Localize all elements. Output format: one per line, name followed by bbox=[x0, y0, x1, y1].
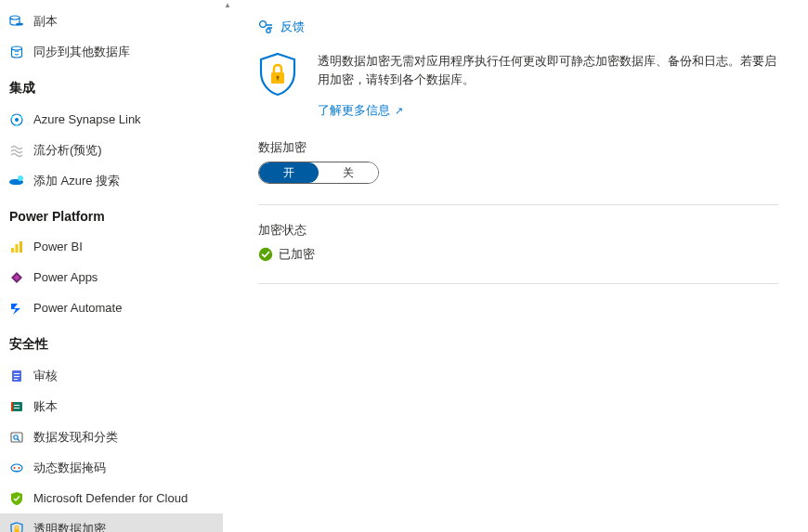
sidebar-item-label: 动态数据掩码 bbox=[33, 460, 106, 476]
sidebar-item-tde[interactable]: 透明数据加密 bbox=[0, 513, 223, 532]
svg-point-8 bbox=[18, 175, 23, 181]
svg-point-0 bbox=[10, 16, 20, 19]
svg-point-26 bbox=[260, 21, 267, 28]
sidebar-item-ledger[interactable]: 账本 bbox=[0, 391, 223, 422]
sidebar-item-label: 数据发现和分类 bbox=[33, 429, 118, 446]
sidebar-item-discovery[interactable]: 数据发现和分类 bbox=[0, 422, 223, 452]
svg-rect-19 bbox=[11, 402, 13, 411]
mask-icon bbox=[9, 461, 24, 475]
search-add-icon bbox=[9, 174, 24, 188]
info-block: 透明数据加密无需对应用程序执行任何更改即可静态加密数据库、备份和日志。若要启用加… bbox=[258, 52, 782, 119]
sidebar: ▲ 副本同步到其他数据库集成Azure Synapse Link流分析(预览)添… bbox=[0, 0, 232, 532]
sidebar-item-mask[interactable]: 动态数据掩码 bbox=[0, 452, 223, 483]
svg-rect-14 bbox=[14, 376, 20, 377]
replica-icon bbox=[9, 14, 24, 29]
svg-rect-9 bbox=[11, 248, 14, 253]
status-row: 已加密 bbox=[258, 246, 782, 263]
status-label: 加密状态 bbox=[258, 222, 782, 239]
sidebar-item-label: 副本 bbox=[33, 13, 58, 30]
powerautomate-icon bbox=[9, 301, 24, 316]
svg-point-4 bbox=[15, 118, 19, 122]
status-value: 已加密 bbox=[279, 246, 315, 263]
svg-point-23 bbox=[14, 467, 16, 469]
sidebar-item-powerapps[interactable]: Power Apps bbox=[0, 262, 223, 292]
svg-point-2 bbox=[12, 46, 22, 50]
svg-rect-18 bbox=[14, 408, 20, 409]
powerapps-icon bbox=[9, 270, 24, 285]
svg-point-31 bbox=[259, 248, 272, 261]
sidebar-item-label: 添加 Azure 搜索 bbox=[33, 173, 120, 189]
powerbi-icon bbox=[9, 240, 24, 254]
feedback-label: 反馈 bbox=[280, 19, 305, 35]
svg-point-27 bbox=[267, 29, 270, 32]
tde-icon bbox=[9, 522, 24, 533]
learn-more-link[interactable]: 了解更多信息 ↗ bbox=[318, 102, 403, 119]
svg-rect-25 bbox=[15, 528, 20, 532]
sidebar-item-replica[interactable]: 副本 bbox=[0, 6, 223, 36]
svg-point-1 bbox=[16, 22, 23, 25]
sidebar-item-sync[interactable]: 同步到其他数据库 bbox=[0, 36, 223, 67]
sidebar-item-label: 账本 bbox=[33, 398, 58, 415]
sidebar-item-label: 审核 bbox=[33, 368, 58, 384]
svg-point-21 bbox=[14, 435, 18, 438]
toggle-off[interactable]: 关 bbox=[319, 162, 378, 183]
sidebar-item-label: Azure Synapse Link bbox=[33, 112, 141, 126]
sidebar-item-label: Power Apps bbox=[33, 270, 98, 284]
external-link-icon: ↗ bbox=[395, 105, 403, 117]
sidebar-item-search-add[interactable]: 添加 Azure 搜索 bbox=[0, 165, 223, 196]
discovery-icon bbox=[9, 430, 24, 445]
svg-rect-20 bbox=[11, 433, 22, 442]
learn-more-label: 了解更多信息 bbox=[318, 102, 390, 119]
ledger-icon bbox=[9, 399, 24, 414]
stream-icon bbox=[9, 143, 24, 158]
sidebar-item-audit[interactable]: 审核 bbox=[0, 360, 223, 391]
sidebar-item-label: Microsoft Defender for Cloud bbox=[33, 491, 188, 505]
info-text-block: 透明数据加密无需对应用程序执行任何更改即可静态加密数据库、备份和日志。若要启用加… bbox=[318, 52, 782, 119]
sidebar-item-label: 同步到其他数据库 bbox=[33, 44, 130, 60]
svg-point-6 bbox=[20, 115, 22, 117]
feedback-link[interactable]: 反馈 bbox=[258, 19, 782, 35]
section-divider-2 bbox=[258, 283, 778, 284]
sidebar-item-label: 透明数据加密 bbox=[33, 521, 106, 533]
svg-rect-17 bbox=[14, 405, 20, 406]
sidebar-section-2: Power Platform bbox=[0, 196, 223, 231]
svg-point-24 bbox=[19, 467, 20, 469]
sidebar-scrollbar[interactable]: ▲ bbox=[223, 0, 232, 532]
feedback-icon bbox=[258, 19, 273, 34]
encryption-toggle[interactable]: 开 关 bbox=[258, 162, 379, 184]
defender-icon bbox=[9, 491, 24, 506]
scroll-up-icon[interactable]: ▲ bbox=[223, 0, 232, 9]
sidebar-item-stream[interactable]: 流分析(预览) bbox=[0, 135, 223, 165]
sidebar-item-powerbi[interactable]: Power BI bbox=[0, 231, 223, 262]
shield-lock-icon bbox=[258, 52, 297, 97]
svg-point-7 bbox=[16, 123, 18, 125]
svg-rect-13 bbox=[14, 373, 20, 374]
sync-icon bbox=[9, 45, 24, 59]
sidebar-item-label: Power Automate bbox=[33, 301, 122, 315]
svg-point-5 bbox=[11, 115, 13, 117]
sidebar-item-synapse[interactable]: Azure Synapse Link bbox=[0, 104, 223, 135]
synapse-icon bbox=[9, 112, 24, 127]
svg-rect-15 bbox=[14, 379, 18, 380]
sidebar-item-label: 流分析(预览) bbox=[33, 142, 102, 159]
svg-rect-30 bbox=[277, 77, 278, 81]
svg-rect-10 bbox=[16, 244, 19, 253]
sidebar-section-1: 集成 bbox=[0, 67, 223, 104]
toggle-on[interactable]: 开 bbox=[259, 162, 319, 183]
info-text: 透明数据加密无需对应用程序执行任何更改即可静态加密数据库、备份和日志。若要启用加… bbox=[318, 52, 782, 89]
encryption-label: 数据加密 bbox=[258, 139, 782, 156]
svg-point-22 bbox=[11, 464, 22, 472]
main-content: 反馈 透明数据加密无需对应用程序执行任何更改即可静态加密数据库、备份和日志。若要… bbox=[232, 0, 808, 532]
svg-rect-11 bbox=[20, 241, 22, 253]
sidebar-item-label: Power BI bbox=[33, 240, 83, 253]
encryption-section: 数据加密 开 关 bbox=[258, 139, 782, 184]
sidebar-item-defender[interactable]: Microsoft Defender for Cloud bbox=[0, 483, 223, 513]
status-section: 加密状态 已加密 bbox=[258, 222, 782, 263]
success-check-icon bbox=[258, 247, 273, 262]
sidebar-section-3: 安全性 bbox=[0, 323, 223, 360]
sidebar-item-powerautomate[interactable]: Power Automate bbox=[0, 292, 223, 323]
audit-icon bbox=[9, 369, 24, 383]
section-divider bbox=[258, 204, 778, 205]
